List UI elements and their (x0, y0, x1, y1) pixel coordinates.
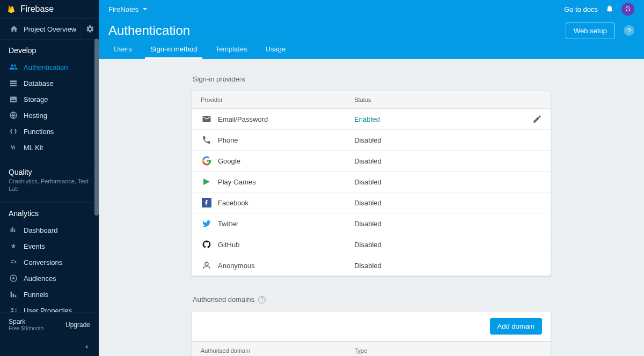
svg-point-4 (12, 277, 14, 279)
tab-templates[interactable]: Templates (210, 45, 252, 59)
provider-row-google[interactable]: Google Disabled (192, 151, 551, 172)
providers-section-label: Sign-in providers (193, 75, 551, 83)
sidebar-item-hosting[interactable]: Hosting (0, 107, 99, 123)
notifications-button[interactable] (605, 4, 614, 14)
conversions-icon (9, 258, 18, 266)
sidebar-item-conversions[interactable]: Conversions (0, 254, 99, 270)
domains-help-icon[interactable]: ? (258, 296, 266, 303)
sidebar-scrollbar[interactable] (94, 39, 99, 266)
audiences-icon (9, 274, 18, 283)
providers-card: Provider Status Email/Password Enabled (192, 91, 551, 276)
mlkit-icon (9, 143, 18, 152)
sidebar-item-label: Functions (24, 128, 54, 136)
sidebar-item-label: Hosting (24, 112, 47, 120)
people-icon (9, 63, 18, 71)
web-setup-button[interactable]: Web setup (566, 23, 615, 39)
pencil-icon (532, 114, 542, 124)
provider-row-facebook[interactable]: Facebook Disabled (192, 192, 551, 213)
provider-status: Disabled (354, 262, 491, 270)
tab-users[interactable]: Users (108, 45, 137, 59)
sidebar-item-dashboard[interactable]: Dashboard (0, 222, 99, 238)
sidebar-item-label: ML Kit (24, 144, 43, 152)
plan-price: Free $0/month (9, 325, 43, 331)
provider-name: Facebook (218, 199, 248, 207)
bell-icon (605, 4, 614, 13)
help-button[interactable]: ? (624, 25, 634, 36)
project-selector-label: FireNotes (108, 5, 138, 13)
sidebar-item-events[interactable]: Events (0, 238, 99, 254)
funnels-icon (9, 290, 18, 299)
upgrade-button[interactable]: Upgrade (65, 321, 90, 329)
provider-row-phone[interactable]: Phone Disabled (192, 130, 551, 151)
provider-name: Phone (218, 136, 238, 144)
chevron-left-icon (83, 343, 90, 351)
tab-usage[interactable]: Usage (260, 45, 291, 59)
svg-point-5 (11, 308, 13, 310)
sidebar-item-authentication[interactable]: Authentication (0, 59, 99, 75)
events-icon (9, 242, 18, 250)
col-domain: Authorised domain (201, 347, 354, 354)
project-settings-button[interactable] (80, 19, 99, 39)
project-selector[interactable]: FireNotes (108, 5, 147, 13)
sidebar-item-label: Dashboard (24, 226, 58, 234)
sidebar-item-user-properties[interactable]: User Properties (0, 302, 99, 312)
domains-section-label: Authorised domains ? (193, 295, 551, 303)
sidebar-item-storage[interactable]: Storage (0, 91, 99, 107)
content: Sign-in providers Provider Status Email/… (99, 59, 644, 356)
sidebar-item-label: Database (24, 79, 54, 87)
provider-row-play-games[interactable]: Play Games Disabled (192, 172, 551, 192)
provider-name: GitHub (218, 241, 239, 249)
github-icon (201, 240, 213, 249)
twitter-icon (201, 219, 213, 228)
header: FireNotes Go to docs G Authentication We… (99, 0, 644, 59)
sidebar-item-label: Authentication (24, 63, 68, 71)
add-domain-button[interactable]: Add domain (490, 318, 542, 335)
provider-name: Play Games (218, 178, 256, 186)
sidebar: Firebase Project Overview Develop Authen… (0, 0, 99, 356)
sidebar-section-quality[interactable]: Quality (0, 161, 99, 177)
brand-text: Firebase (20, 4, 54, 14)
sidebar-section-analytics[interactable]: Analytics (0, 203, 99, 222)
collapse-sidebar-button[interactable] (0, 337, 99, 356)
phone-icon (201, 135, 213, 145)
project-overview-label: Project Overview (24, 25, 76, 33)
sidebar-item-audiences[interactable]: Audiences (0, 270, 99, 286)
user-properties-icon (9, 306, 18, 312)
provider-name: Google (218, 157, 240, 165)
sidebar-item-label: Storage (24, 95, 48, 103)
page-title: Authentication (108, 23, 190, 38)
sidebar-item-funnels[interactable]: Funnels (0, 286, 99, 302)
avatar[interactable]: G (621, 3, 634, 16)
sidebar-item-database[interactable]: Database (0, 75, 99, 91)
provider-row-twitter[interactable]: Twitter Disabled (192, 213, 551, 234)
main: FireNotes Go to docs G Authentication We… (99, 0, 644, 356)
edit-provider-button[interactable] (491, 114, 542, 124)
tab-sign-in-method[interactable]: Sign-in method (145, 45, 202, 59)
go-to-docs-link[interactable]: Go to docs (564, 5, 598, 13)
firebase-logo-icon (6, 4, 16, 14)
home-icon (10, 25, 18, 33)
sidebar-quality-sub: Crashlytics, Performance, Test Lab (0, 177, 99, 197)
sidebar-item-label: Funnels (24, 291, 48, 299)
sidebar-item-mlkit[interactable]: ML Kit (0, 139, 99, 155)
dropdown-icon (143, 8, 147, 10)
project-overview[interactable]: Project Overview (0, 18, 99, 40)
provider-row-anonymous[interactable]: Anonymous Disabled (192, 255, 551, 276)
provider-row-github[interactable]: GitHub Disabled (192, 234, 551, 255)
facebook-icon (201, 198, 213, 207)
col-status: Status (354, 97, 491, 103)
provider-row-email[interactable]: Email/Password Enabled (192, 109, 551, 130)
play-games-icon (201, 177, 213, 187)
provider-status: Disabled (354, 199, 491, 207)
provider-status: Disabled (354, 136, 491, 144)
sidebar-scrollbar-thumb[interactable] (94, 39, 99, 216)
provider-name: Twitter (218, 220, 238, 228)
plan-name: Spark (9, 318, 43, 325)
anonymous-icon (201, 261, 213, 270)
brand[interactable]: Firebase (0, 0, 99, 18)
dashboard-icon (9, 226, 18, 234)
sidebar-section-develop[interactable]: Develop (0, 40, 99, 59)
domains-card: Add domain Authorised domain Type localh… (192, 311, 551, 356)
functions-icon (9, 127, 18, 136)
sidebar-item-functions[interactable]: Functions (0, 123, 99, 139)
